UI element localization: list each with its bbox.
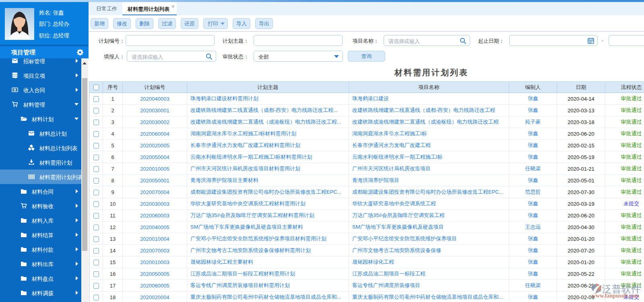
svg-text:0: 0 [14,89,15,91]
